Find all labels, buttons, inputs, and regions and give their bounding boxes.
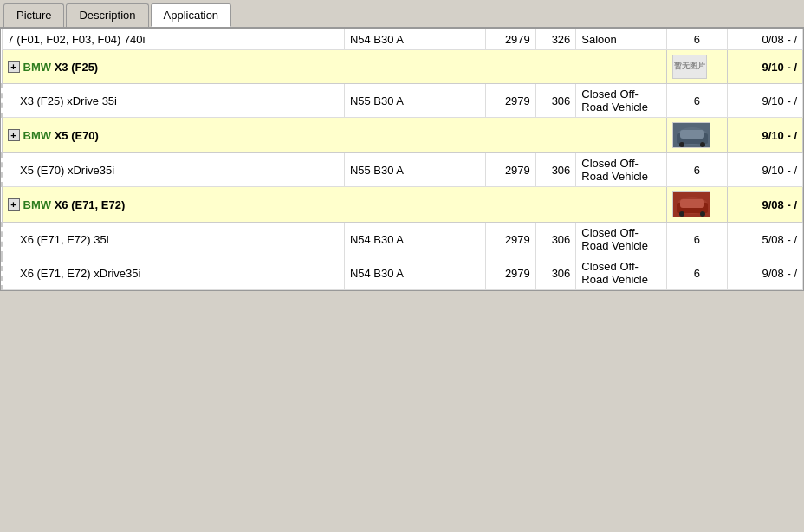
- body-cell: Closed Off-Road Vehicle: [576, 84, 667, 118]
- engine-cell: N55 B30 A: [344, 153, 425, 187]
- tabs-container: Picture Description Application: [0, 0, 804, 29]
- engine-cell: N54 B30 A: [344, 29, 425, 50]
- model-cell: 7 (F01, F02, F03, F04) 740i: [2, 29, 344, 50]
- cc-cell: 2979: [485, 84, 535, 118]
- engine-cell: N54 B30 A: [344, 223, 425, 256]
- svg-rect-9: [680, 199, 704, 208]
- cc-cell: 2979: [485, 29, 535, 50]
- model-label: X3 (F25): [55, 61, 99, 74]
- table-row: X6 (E71, E72) xDrive35i N54 B30 A 2979 3…: [2, 256, 803, 290]
- table-row: 7 (F01, F02, F03, F04) 740i N54 B30 A 29…: [2, 29, 803, 50]
- engine-cell: N54 B30 A: [344, 256, 425, 290]
- empty-cell: [425, 223, 485, 256]
- date-cell: 9/10 - /: [727, 84, 802, 118]
- svg-point-4: [679, 142, 684, 147]
- table-row: X5 (E70) xDrive35i N55 B30 A 2979 306 Cl…: [2, 153, 803, 187]
- cyl-cell: 6: [666, 256, 727, 290]
- expand-icon[interactable]: +: [8, 129, 20, 141]
- date-cell: 5/08 - /: [727, 223, 802, 256]
- hp-cell: 306: [535, 84, 576, 118]
- empty-cell: [425, 256, 485, 290]
- cc-cell: 2979: [485, 223, 535, 256]
- date-cell: 9/10 - /: [727, 153, 802, 187]
- cyl-cell: 6: [666, 84, 727, 118]
- svg-point-11: [700, 211, 705, 217]
- svg-rect-3: [680, 130, 704, 139]
- expand-icon[interactable]: +: [8, 198, 20, 211]
- date-cell: 0/08 - /: [727, 29, 802, 50]
- brand-label: BMW: [23, 198, 52, 211]
- no-image-placeholder: 暂无图片: [672, 55, 707, 79]
- table-row: X3 (F25) xDrive 35i N55 B30 A 2979 306 C…: [2, 84, 803, 118]
- group-label-cell: + BMW X6 (E71, E72): [2, 187, 666, 223]
- group-label-cell: + BMW X5 (E70): [2, 118, 666, 153]
- group-row[interactable]: + BMW X6 (E71, E72) 9/08 - /: [2, 187, 803, 223]
- empty-cell: [425, 153, 485, 187]
- svg-point-5: [700, 142, 705, 147]
- model-cell: X6 (E71, E72) xDrive35i: [2, 256, 344, 290]
- group-date-cell: 9/10 - /: [727, 118, 802, 153]
- cyl-cell: 6: [666, 29, 727, 50]
- hp-cell: 306: [535, 256, 576, 290]
- group-date-cell: 9/08 - /: [727, 187, 802, 223]
- model-label: X5 (E70): [55, 129, 99, 142]
- group-image-cell: 暂无图片: [666, 50, 727, 84]
- tab-picture[interactable]: Picture: [3, 3, 64, 27]
- hp-cell: 306: [535, 223, 576, 256]
- body-cell: Closed Off-Road Vehicle: [576, 256, 667, 290]
- group-row[interactable]: + BMW X5 (E70) 9/10 - /: [2, 118, 803, 153]
- expand-icon[interactable]: +: [8, 61, 20, 73]
- group-row[interactable]: + BMW X3 (F25) 暂无图片 9/10 - /: [2, 50, 803, 84]
- brand-label: BMW: [23, 129, 52, 142]
- body-cell: Saloon: [576, 29, 667, 50]
- svg-point-10: [679, 211, 684, 217]
- car-image: [672, 191, 710, 217]
- engine-cell: N55 B30 A: [344, 84, 425, 118]
- hp-cell: 326: [535, 29, 576, 50]
- cc-cell: 2979: [485, 153, 535, 187]
- model-cell: X5 (E70) xDrive35i: [2, 153, 344, 187]
- group-label-cell: + BMW X3 (F25): [2, 50, 666, 84]
- model-label: X6 (E71, E72): [55, 198, 126, 211]
- empty-cell: [425, 84, 485, 118]
- hp-cell: 306: [535, 153, 576, 187]
- empty-cell: [425, 29, 485, 50]
- body-cell: Closed Off-Road Vehicle: [576, 153, 667, 187]
- tab-application[interactable]: Application: [151, 3, 232, 27]
- model-cell: X6 (E71, E72) 35i: [2, 223, 344, 256]
- group-image-cell: [666, 118, 727, 153]
- cyl-cell: 6: [666, 153, 727, 187]
- cyl-cell: 6: [666, 223, 727, 256]
- car-image: [672, 122, 710, 148]
- group-image-cell: [666, 187, 727, 223]
- body-cell: Closed Off-Road Vehicle: [576, 223, 667, 256]
- application-table: 7 (F01, F02, F03, F04) 740i N54 B30 A 29…: [1, 29, 803, 290]
- main-content: 7 (F01, F02, F03, F04) 740i N54 B30 A 29…: [0, 29, 804, 291]
- cc-cell: 2979: [485, 256, 535, 290]
- model-cell: X3 (F25) xDrive 35i: [2, 84, 344, 118]
- table-row: X6 (E71, E72) 35i N54 B30 A 2979 306 Clo…: [2, 223, 803, 256]
- date-cell: 9/08 - /: [727, 256, 802, 290]
- group-date-cell: 9/10 - /: [727, 50, 802, 84]
- brand-label: BMW: [23, 61, 52, 74]
- tab-description[interactable]: Description: [66, 3, 148, 27]
